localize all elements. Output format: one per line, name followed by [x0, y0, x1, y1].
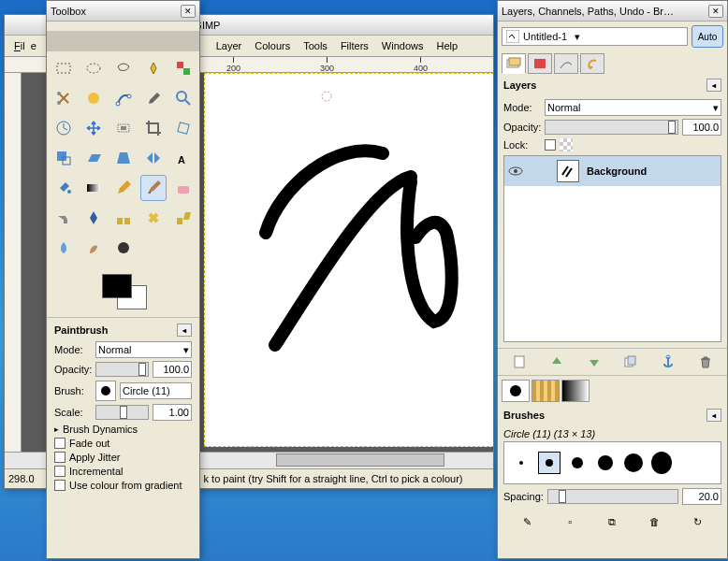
- layer-mode-select[interactable]: Normal▾: [545, 99, 721, 116]
- delete-brush-icon[interactable]: 🗑: [645, 511, 665, 532]
- menu-file[interactable]: File: [8, 38, 48, 53]
- refresh-brushes-icon[interactable]: ↻: [687, 511, 707, 532]
- delete-layer-icon[interactable]: [695, 352, 716, 372]
- lower-layer-icon[interactable]: [584, 352, 604, 372]
- smudge-tool-icon[interactable]: [80, 235, 107, 261]
- patterns-tab-icon[interactable]: [531, 380, 560, 402]
- scale-value[interactable]: 1.00: [153, 404, 192, 421]
- scissors-tool-icon[interactable]: [51, 85, 77, 111]
- layers-tab-icon[interactable]: [502, 53, 526, 74]
- menu-windows[interactable]: Windows: [376, 38, 430, 53]
- new-layer-icon[interactable]: [509, 352, 530, 372]
- paths-tool-icon[interactable]: [110, 85, 137, 111]
- measure-tool-icon[interactable]: [51, 115, 77, 141]
- toolbox-titlebar[interactable]: Toolbox ✕: [47, 1, 199, 22]
- dodge-tool-icon[interactable]: [110, 235, 137, 261]
- layers-titlebar[interactable]: Layers, Channels, Paths, Undo - Br… ✕: [498, 1, 727, 22]
- zoom-tool-icon[interactable]: [170, 85, 197, 111]
- duplicate-brush-icon[interactable]: ⧉: [602, 511, 622, 532]
- scale-slider[interactable]: [95, 405, 149, 420]
- spacing-value[interactable]: 20.0: [682, 488, 721, 505]
- opacity-slider[interactable]: [95, 362, 149, 377]
- lock-pixels-checkbox[interactable]: [545, 139, 556, 151]
- brush-item[interactable]: [510, 452, 532, 474]
- incremental-label: Incremental: [69, 466, 123, 477]
- scrollbar-thumb[interactable]: [276, 453, 444, 467]
- incremental-checkbox[interactable]: [54, 466, 66, 477]
- scale-tool-icon[interactable]: [51, 145, 77, 171]
- perspective-tool-icon[interactable]: [110, 145, 137, 171]
- fuzzy-select-tool-icon[interactable]: [140, 55, 167, 81]
- image-name: Untitled-1: [523, 31, 567, 42]
- gradients-tab-icon[interactable]: [561, 380, 590, 402]
- opacity-value[interactable]: 100.0: [153, 361, 192, 378]
- brush-item[interactable]: [650, 452, 673, 474]
- pencil-tool-icon[interactable]: [110, 175, 137, 201]
- brush-preview[interactable]: [95, 381, 116, 401]
- blend-tool-icon[interactable]: [80, 175, 107, 201]
- layer-opacity-slider[interactable]: [545, 120, 678, 135]
- text-tool-icon[interactable]: A: [170, 145, 197, 171]
- close-icon[interactable]: ✕: [708, 5, 723, 18]
- anchor-layer-icon[interactable]: [658, 352, 678, 372]
- jitter-checkbox[interactable]: [54, 452, 66, 463]
- foreground-color[interactable]: [102, 274, 132, 298]
- raise-layer-icon[interactable]: [546, 352, 567, 372]
- lasso-tool-icon[interactable]: [110, 55, 137, 81]
- crop-tool-icon[interactable]: [140, 115, 167, 141]
- brush-item[interactable]: [566, 452, 589, 474]
- fade-checkbox[interactable]: [54, 438, 66, 449]
- duplicate-layer-icon[interactable]: [620, 352, 641, 372]
- bucket-fill-tool-icon[interactable]: [51, 175, 77, 201]
- mode-select[interactable]: Normal▾: [95, 341, 192, 358]
- blur-tool-icon[interactable]: [51, 235, 77, 261]
- brushes-menu-icon[interactable]: ◂: [706, 409, 721, 422]
- channels-tab-icon[interactable]: [528, 53, 552, 74]
- gradient-checkbox[interactable]: [54, 480, 66, 491]
- lock-alpha-checkbox[interactable]: [560, 138, 573, 151]
- airbrush-tool-icon[interactable]: [51, 205, 77, 231]
- new-brush-icon[interactable]: ▫: [560, 511, 580, 532]
- visibility-icon[interactable]: [508, 164, 523, 179]
- menu-filters[interactable]: Filters: [335, 38, 374, 53]
- canvas-image[interactable]: [204, 73, 493, 447]
- brush-dynamics-expander[interactable]: Brush Dynamics: [54, 424, 192, 435]
- brush-item[interactable]: [594, 452, 617, 474]
- color-select-tool-icon[interactable]: [170, 55, 197, 81]
- layer-row[interactable]: Background: [504, 156, 721, 186]
- rect-select-tool-icon[interactable]: [51, 55, 77, 81]
- close-icon[interactable]: ✕: [181, 5, 196, 18]
- heal-tool-icon[interactable]: [140, 205, 167, 231]
- image-select[interactable]: Untitled-1 ▾: [502, 27, 688, 46]
- menu-layer[interactable]: Layer: [211, 38, 248, 53]
- svg-line-11: [185, 100, 190, 105]
- paths-tab-icon[interactable]: [554, 53, 578, 74]
- spacing-slider[interactable]: [547, 489, 678, 504]
- undo-tab-icon[interactable]: [580, 53, 604, 74]
- shear-tool-icon[interactable]: [80, 145, 107, 171]
- align-tool-icon[interactable]: [110, 115, 137, 141]
- clone-tool-icon[interactable]: [110, 205, 137, 231]
- layers-menu-icon[interactable]: ◂: [706, 79, 721, 92]
- menu-colours[interactable]: Colours: [249, 38, 296, 53]
- flip-tool-icon[interactable]: [140, 145, 167, 171]
- rotate-tool-icon[interactable]: [170, 115, 197, 141]
- perspective-clone-tool-icon[interactable]: [170, 205, 197, 231]
- eraser-tool-icon[interactable]: [170, 175, 197, 201]
- menu-help[interactable]: Help: [430, 38, 463, 53]
- auto-button[interactable]: Auto: [692, 25, 723, 48]
- menu-tools[interactable]: Tools: [298, 38, 333, 53]
- ellipse-select-tool-icon[interactable]: [80, 55, 107, 81]
- brushes-tab-icon[interactable]: [502, 380, 530, 402]
- foreground-select-tool-icon[interactable]: [80, 85, 107, 111]
- paintbrush-tool-icon[interactable]: [140, 175, 167, 201]
- brush-item[interactable]: [538, 452, 561, 474]
- eyedropper-tool-icon[interactable]: [140, 85, 167, 111]
- edit-brush-icon[interactable]: ✎: [517, 511, 538, 532]
- brush-select[interactable]: Circle (11): [120, 382, 192, 399]
- layer-opacity-value[interactable]: 100.0: [682, 119, 721, 136]
- ink-tool-icon[interactable]: [80, 205, 107, 231]
- brush-item[interactable]: [622, 452, 645, 474]
- move-tool-icon[interactable]: [80, 115, 107, 141]
- options-menu-icon[interactable]: ◂: [177, 324, 192, 337]
